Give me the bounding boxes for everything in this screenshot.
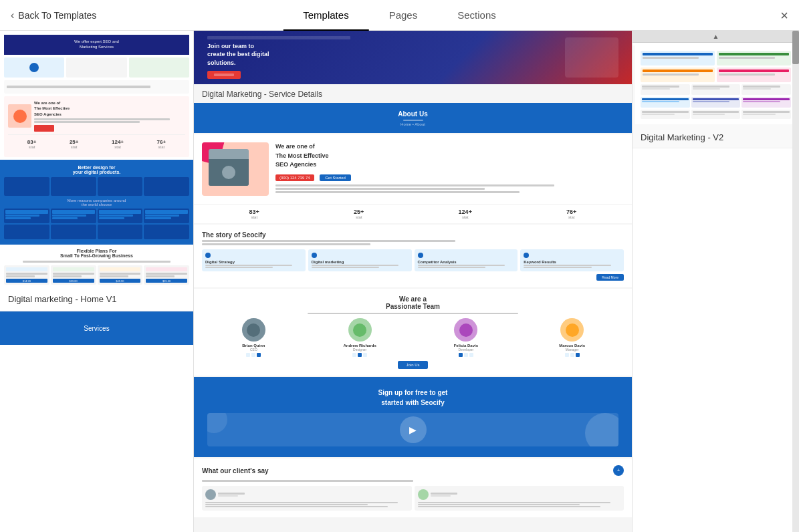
- back-to-templates-button[interactable]: ‹ Back To Templates: [0, 0, 107, 30]
- close-button[interactable]: ×: [780, 9, 788, 22]
- tab-templates[interactable]: Templates: [283, 1, 368, 31]
- preview-team-section: We are aPassionate Team Brian Quinn CEO: [194, 289, 632, 376]
- preview-seo-section: We are one ofThe Most EffectiveSEO Agenc…: [194, 134, 632, 223]
- tab-sections[interactable]: Sections: [437, 1, 516, 31]
- template-card-digital-marketing-v2[interactable]: Digital Marketing - V2: [633, 45, 799, 148]
- template-card-digital-marketing-home-v1[interactable]: We offer expert SEO andMarketing Service…: [0, 31, 193, 311]
- preview-story-section: The story of Seocify Digital Strategy Di…: [194, 225, 632, 287]
- tab-pages[interactable]: Pages: [369, 1, 438, 31]
- right-panel: ▲: [632, 31, 799, 532]
- about-us-heading: About Us: [398, 110, 427, 118]
- nav-tabs: Templates Pages Sections: [283, 0, 516, 30]
- scrollbar-up-arrow[interactable]: ▲: [633, 31, 799, 43]
- center-template-label: Digital Marketing - Service Details: [194, 86, 632, 103]
- preview-testimonial-section: What our client's say +: [194, 458, 632, 517]
- back-button-label: Back To Templates: [18, 10, 96, 21]
- main-scrollbar-thumb[interactable]: [792, 31, 799, 64]
- template-card-label-home-v1: Digital marketing - Home V1: [0, 289, 193, 311]
- sidebar: We offer expert SEO andMarketing Service…: [0, 31, 194, 532]
- preview-area: Join our team tocreate the best digitals…: [194, 31, 632, 532]
- header: ‹ Back To Templates Templates Pages Sect…: [0, 0, 799, 31]
- services-card-preview: Services: [0, 311, 193, 345]
- preview-signup-section: Sign up for free to getstarted with Seoc…: [194, 377, 632, 457]
- preview-about-section: About Us Home • About: [194, 103, 632, 133]
- main-scrollbar-track: [792, 31, 799, 532]
- main-content: We offer expert SEO andMarketing Service…: [0, 31, 799, 532]
- right-panel-card-label: Digital Marketing - V2: [633, 127, 799, 148]
- chevron-left-icon: ‹: [11, 9, 14, 21]
- template-card-services[interactable]: Services: [0, 311, 193, 345]
- preview-hero-section: Join our team tocreate the best digitals…: [194, 31, 632, 84]
